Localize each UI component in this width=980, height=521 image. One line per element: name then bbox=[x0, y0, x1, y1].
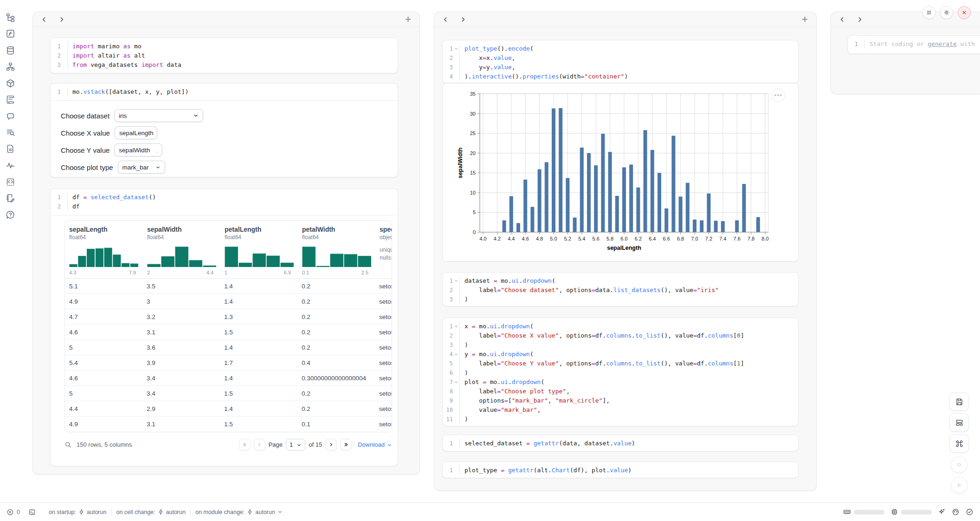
code-line[interactable]: 1df = selected_dataset() bbox=[51, 193, 398, 202]
copilot-icon[interactable] bbox=[952, 508, 960, 516]
terminal-icon[interactable] bbox=[28, 508, 36, 516]
cell-vstack[interactable]: 1mo.vstack([dataset, x, y, plot]) Choose… bbox=[50, 83, 398, 177]
code-line[interactable]: 3) bbox=[443, 340, 798, 350]
code-line[interactable]: 1mo.vstack([dataset, x, y, plot]) bbox=[51, 87, 398, 97]
code-line[interactable]: 1selected_dataset = getattr(data, datase… bbox=[443, 439, 798, 448]
status-item[interactable]: on module change:autorun bbox=[191, 509, 287, 515]
code-plot[interactable]: 1plot_type().encode(2 x=x.value,3 y=y.va… bbox=[443, 40, 798, 85]
column-header-petalLength[interactable]: petalLengthfloat6416.9 bbox=[220, 221, 297, 278]
stop-button[interactable] bbox=[951, 456, 967, 473]
table-row[interactable]: 5.13.51.40.2setosa bbox=[65, 279, 392, 294]
column-header-species[interactable]: speciesobjectunique:nulls: bbox=[375, 221, 392, 278]
bot-message-icon[interactable] bbox=[6, 111, 15, 121]
next-page-button[interactable] bbox=[325, 439, 337, 450]
fold-chevron-icon[interactable] bbox=[453, 276, 459, 286]
column-header-sepalWidth[interactable]: sepalWidthfloat6424.4 bbox=[142, 221, 220, 278]
cell-plot-code[interactable]: 1plot_type().encode(2 x=x.value,3 y=y.va… bbox=[442, 40, 799, 83]
cell-selected-dataset-code[interactable]: 1selected_dataset = getattr(data, datase… bbox=[442, 435, 799, 451]
database-icon[interactable] bbox=[6, 46, 15, 55]
code-dataset-dropdown[interactable]: 1dataset = mo.ui.dropdown(2 label="Choos… bbox=[443, 273, 798, 308]
bar-chart[interactable]: 4.04.24.44.64.85.05.25.45.65.86.06.26.46… bbox=[456, 89, 776, 254]
fold-chevron-icon[interactable] bbox=[453, 322, 459, 331]
code-line[interactable]: 9 options=["mark_bar", "mark_circle"], bbox=[443, 396, 798, 405]
scratch-input[interactable]: 1Start coding or generate with bbox=[848, 36, 980, 52]
code-line[interactable]: 1Start coding or generate with bbox=[848, 39, 980, 49]
code-vstack[interactable]: 1mo.vstack([dataset, x, y, plot]) bbox=[51, 84, 398, 100]
connection-status-icon[interactable] bbox=[966, 508, 974, 516]
code-line[interactable]: 8 label="Choose plot type", bbox=[443, 387, 798, 396]
table-row[interactable]: 4.63.11.50.2setosa bbox=[65, 325, 392, 340]
code-line[interactable]: 1plot_type = getattr(alt.Chart(df), plot… bbox=[443, 466, 798, 475]
code-df[interactable]: 1df = selected_dataset()2df bbox=[51, 189, 398, 215]
code-line[interactable]: 1import marimo as mo bbox=[51, 42, 398, 51]
status-item[interactable]: on startup:autorun bbox=[44, 509, 111, 515]
chevron-left-icon[interactable] bbox=[40, 16, 48, 23]
code-snippet-icon[interactable] bbox=[6, 177, 15, 187]
cell-df[interactable]: 1df = selected_dataset()2df sepalLengthf… bbox=[50, 189, 398, 466]
menu-button[interactable] bbox=[922, 6, 935, 19]
run-button[interactable] bbox=[951, 477, 967, 494]
search-icon[interactable] bbox=[64, 441, 71, 448]
sitemap-icon[interactable] bbox=[6, 62, 15, 72]
table-row[interactable]: 53.41.50.2setosa bbox=[65, 386, 392, 401]
table-row[interactable]: 53.61.40.2setosa bbox=[65, 340, 392, 355]
code-line[interactable]: 11) bbox=[443, 415, 798, 424]
chevron-left-icon[interactable] bbox=[442, 16, 449, 23]
code-line[interactable]: 2 x=x.value, bbox=[443, 53, 798, 63]
function-square-icon[interactable] bbox=[6, 29, 15, 39]
code-line[interactable]: 3 y=y.value, bbox=[443, 63, 798, 72]
dropdown-select[interactable]: iris bbox=[114, 109, 203, 122]
code-line[interactable]: 4y = mo.ui.dropdown( bbox=[443, 350, 798, 359]
code-line[interactable]: 5 label="Choose Y value", options=df.col… bbox=[443, 359, 798, 368]
code-line[interactable]: 10 value="mark_bar", bbox=[443, 405, 798, 415]
table-row[interactable]: 4.73.21.30.2setosa bbox=[65, 309, 392, 325]
package-icon[interactable] bbox=[6, 78, 15, 88]
code-line[interactable]: 3from vega_datasets import data bbox=[51, 60, 398, 70]
status-item[interactable]: on cell change:autorun bbox=[111, 509, 190, 515]
notebook-edit-icon[interactable] bbox=[6, 193, 15, 203]
code-line[interactable]: 6) bbox=[443, 368, 798, 378]
code-imports[interactable]: 1import marimo as mo2import altair as al… bbox=[51, 38, 398, 73]
close-button[interactable] bbox=[958, 6, 971, 19]
dropdown-select[interactable]: mark_bar bbox=[118, 161, 165, 174]
cell-xyplot-code[interactable]: 1x = mo.ui.dropdown(2 label="Choose X va… bbox=[442, 318, 799, 426]
code-selected-dataset[interactable]: 1selected_dataset = getattr(data, datase… bbox=[443, 435, 798, 452]
add-cell-icon[interactable] bbox=[801, 15, 809, 23]
code-xyplot[interactable]: 1x = mo.ui.dropdown(2 label="Choose X va… bbox=[443, 318, 798, 428]
column-header-sepalLength[interactable]: sepalLengthfloat644.37.9 bbox=[65, 221, 142, 278]
save-button[interactable] bbox=[949, 392, 969, 411]
column-histogram[interactable] bbox=[225, 245, 293, 269]
settings-button[interactable] bbox=[940, 6, 953, 19]
fold-chevron-icon[interactable] bbox=[453, 350, 459, 359]
table-row[interactable]: 4.93.11.50.1setosa bbox=[65, 417, 392, 432]
document-icon[interactable] bbox=[6, 144, 15, 154]
column-histogram[interactable] bbox=[69, 245, 138, 269]
cell-imports[interactable]: 1import marimo as mo2import altair as al… bbox=[50, 38, 398, 73]
table-row[interactable]: 5.43.91.70.4setosa bbox=[65, 355, 392, 371]
code-line[interactable]: 7plot = mo.ui.dropdown( bbox=[443, 378, 798, 387]
code-line[interactable]: 1dataset = mo.ui.dropdown( bbox=[443, 276, 798, 286]
chevron-right-icon[interactable] bbox=[58, 16, 65, 23]
chevron-right-icon[interactable] bbox=[459, 16, 467, 23]
code-plot-type[interactable]: 1plot_type = getattr(alt.Chart(df), plot… bbox=[443, 462, 798, 479]
code-line[interactable]: 3) bbox=[443, 295, 798, 304]
list-search-icon[interactable] bbox=[6, 128, 15, 137]
file-tree-icon[interactable] bbox=[6, 13, 15, 22]
code-line[interactable]: 2 label="Choose dataset", options=data.l… bbox=[443, 286, 798, 295]
code-line[interactable]: 2import altair as alt bbox=[51, 51, 398, 60]
cell-plot-type-code[interactable]: 1plot_type = getattr(alt.Chart(df), plot… bbox=[442, 462, 799, 478]
script-icon[interactable] bbox=[6, 95, 15, 104]
cell-chart[interactable]: 4.04.24.44.64.85.05.25.45.65.86.06.26.46… bbox=[442, 83, 799, 261]
activity-icon[interactable] bbox=[6, 161, 15, 170]
cell-scratch[interactable]: 1Start coding or generate with bbox=[847, 35, 980, 54]
code-line[interactable]: 2 label="Choose X value", options=df.col… bbox=[443, 331, 798, 340]
code-line[interactable]: 1plot_type().encode( bbox=[443, 44, 798, 53]
help-circle-icon[interactable] bbox=[6, 210, 15, 220]
chart-actions-button[interactable] bbox=[771, 88, 785, 102]
code-line[interactable]: 4).interactive().properties(width="conta… bbox=[443, 72, 798, 81]
column-header-petalWidth[interactable]: petalWidthfloat640.12.5 bbox=[297, 221, 375, 278]
download-button[interactable]: Download bbox=[358, 441, 392, 448]
prev-page-button[interactable] bbox=[254, 439, 265, 450]
column-histogram[interactable] bbox=[147, 245, 215, 269]
dropdown-select[interactable]: sepalWidth bbox=[114, 143, 162, 156]
